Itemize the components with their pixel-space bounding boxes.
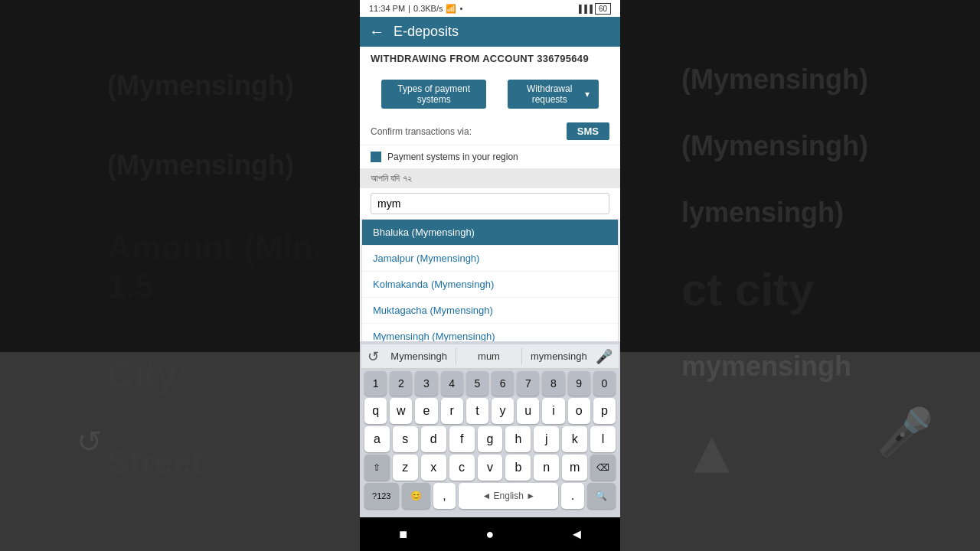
key-v[interactable]: v bbox=[478, 455, 503, 481]
status-right: ▐▐▐ 60 bbox=[577, 3, 611, 15]
bg-line-1: (Mymensingh) bbox=[107, 70, 368, 102]
sms-button[interactable]: SMS bbox=[567, 122, 609, 140]
nav-square[interactable]: ■ bbox=[394, 525, 413, 543]
withdrawing-header: WITHDRAWING FROM ACCOUNT 336795649 bbox=[360, 47, 620, 70]
key-4[interactable]: 4 bbox=[441, 371, 463, 396]
key-p[interactable]: p bbox=[593, 398, 616, 424]
key-6[interactable]: 6 bbox=[492, 371, 514, 396]
suggestion-refresh-icon[interactable]: ↺ bbox=[368, 348, 379, 365]
key-u[interactable]: u bbox=[517, 398, 539, 424]
bg-right-line-2: (Mymensingh) bbox=[681, 130, 972, 162]
dropdown-item-muktagacha[interactable]: Muktagacha (Mymensingh) bbox=[362, 298, 618, 324]
battery-icon: 60 bbox=[595, 3, 611, 15]
comma-key[interactable]: , bbox=[433, 483, 456, 509]
bg-right-line-3: lymensingh) bbox=[681, 197, 972, 229]
bg-refresh-icon: ↺ bbox=[77, 424, 103, 459]
key-m[interactable]: m bbox=[562, 455, 587, 481]
key-5[interactable]: 5 bbox=[466, 371, 488, 396]
key-7[interactable]: 7 bbox=[517, 371, 539, 396]
key-l[interactable]: l bbox=[590, 426, 616, 452]
period-key[interactable]: . bbox=[561, 483, 584, 509]
key-g[interactable]: g bbox=[478, 426, 503, 452]
number-row: 1 2 3 4 5 6 7 8 9 0 bbox=[364, 371, 616, 396]
dropdown-item-mymensingh[interactable]: Mymensingh (Mymensingh) bbox=[362, 324, 618, 341]
key-9[interactable]: 9 bbox=[568, 371, 590, 396]
city-dropdown[interactable]: Bhaluka (Mymensingh) Jamalpur (Mymensing… bbox=[361, 219, 619, 341]
bg-line-2: (Mymensingh) bbox=[107, 149, 368, 181]
key-8[interactable]: 8 bbox=[542, 371, 564, 396]
back-button[interactable]: ← bbox=[369, 23, 384, 41]
key-q[interactable]: q bbox=[364, 398, 387, 424]
bangla-notice: আপনি যদি ৭২ bbox=[360, 168, 620, 188]
key-1[interactable]: 1 bbox=[364, 371, 387, 396]
status-left: 11:34 PM | 0.3KB/s 📶 • bbox=[369, 4, 462, 14]
dropdown-item-kolmakanda[interactable]: Kolmakanda (Mymensingh) bbox=[362, 272, 618, 298]
payment-types-button[interactable]: Types of payment systems bbox=[381, 80, 486, 109]
key-z[interactable]: z bbox=[393, 455, 418, 481]
confirm-label: Confirm transactions via: bbox=[371, 126, 472, 137]
key-3[interactable]: 3 bbox=[415, 371, 437, 396]
top-bar: ← E-deposits bbox=[360, 17, 620, 47]
key-s[interactable]: s bbox=[393, 426, 418, 452]
qwerty-row: q w e r t y u i o p bbox=[364, 398, 616, 424]
bottom-nav: ■ ● ◄ bbox=[360, 517, 620, 551]
key-y[interactable]: y bbox=[492, 398, 514, 424]
withdrawal-requests-button[interactable]: Withdrawal requests ▾ bbox=[508, 80, 599, 109]
search-key[interactable]: 🔍 bbox=[587, 483, 616, 509]
status-dot: • bbox=[459, 4, 462, 13]
dropdown-item-jamalpur[interactable]: Jamalpur (Mymensingh) bbox=[362, 246, 618, 272]
key-2[interactable]: 2 bbox=[390, 371, 412, 396]
nav-back-triangle[interactable]: ◄ bbox=[567, 525, 586, 543]
nav-circle[interactable]: ● bbox=[481, 525, 499, 543]
key-t[interactable]: t bbox=[466, 398, 488, 424]
chevron-down-icon: ▾ bbox=[585, 89, 590, 99]
emoji-key[interactable]: 😊 bbox=[402, 483, 430, 509]
bg-line-3: Amount (Min. 1.5 bbox=[107, 229, 368, 305]
key-0[interactable]: 0 bbox=[593, 371, 616, 396]
checkbox[interactable] bbox=[371, 152, 381, 162]
space-key[interactable]: ◄ English ► bbox=[459, 483, 558, 509]
shift-key[interactable]: ⇧ bbox=[364, 455, 390, 481]
key-k[interactable]: k bbox=[562, 426, 587, 452]
status-separator: | bbox=[408, 4, 410, 13]
phone-frame: 11:34 PM | 0.3KB/s 📶 • ▐▐▐ 60 ← E-deposi… bbox=[360, 0, 620, 551]
num-switch-key[interactable]: ?123 bbox=[364, 483, 399, 509]
key-o[interactable]: o bbox=[568, 398, 590, 424]
dropdown-item-bhaluka[interactable]: Bhaluka (Mymensingh) bbox=[362, 220, 618, 246]
page-title: E-deposits bbox=[394, 24, 459, 40]
key-b[interactable]: b bbox=[505, 455, 531, 481]
suggestion-mum[interactable]: mum bbox=[456, 347, 521, 365]
suggestion-mymensingh2[interactable]: mymensingh bbox=[527, 347, 591, 365]
key-j[interactable]: j bbox=[534, 426, 559, 452]
key-a[interactable]: a bbox=[364, 426, 390, 452]
main-content: WITHDRAWING FROM ACCOUNT 336795649 Types… bbox=[360, 47, 620, 341]
mic-icon[interactable]: 🎤 bbox=[596, 348, 612, 365]
key-h[interactable]: h bbox=[505, 426, 531, 452]
key-r[interactable]: r bbox=[441, 398, 463, 424]
key-w[interactable]: w bbox=[390, 398, 412, 424]
bottom-row: ?123 😊 , ◄ English ► . 🔍 bbox=[364, 483, 616, 509]
key-d[interactable]: d bbox=[421, 426, 446, 452]
payment-systems-text: Payment systems in your region bbox=[387, 152, 609, 162]
key-i[interactable]: i bbox=[542, 398, 564, 424]
zxcv-row: ⇧ z x c v b n m ⌫ bbox=[364, 455, 616, 481]
key-x[interactable]: x bbox=[421, 455, 446, 481]
key-n[interactable]: n bbox=[534, 455, 559, 481]
keyboard: ↺ Mymensingh mum mymensingh 🎤 1 2 3 4 5 … bbox=[360, 341, 620, 517]
suggestion-mymensingh[interactable]: Mymensingh bbox=[387, 347, 451, 365]
backspace-key[interactable]: ⌫ bbox=[590, 455, 616, 481]
key-c[interactable]: c bbox=[449, 455, 475, 481]
status-bar: 11:34 PM | 0.3KB/s 📶 • ▐▐▐ 60 bbox=[360, 0, 620, 17]
search-input-area bbox=[360, 188, 620, 219]
key-e[interactable]: e bbox=[415, 398, 437, 424]
key-f[interactable]: f bbox=[449, 426, 475, 452]
payment-systems-row: Payment systems in your region bbox=[360, 145, 620, 168]
signal-icon: ▐▐▐ bbox=[577, 5, 593, 13]
asdf-row: a s d f g h j k l bbox=[364, 426, 616, 452]
payment-section-row: Types of payment systems Withdrawal requ… bbox=[360, 70, 620, 118]
status-speed: 0.3KB/s bbox=[413, 4, 443, 13]
city-search-input[interactable] bbox=[371, 193, 609, 214]
suggestion-bar: ↺ Mymensingh mum mymensingh 🎤 bbox=[361, 344, 619, 369]
status-time: 11:34 PM bbox=[369, 4, 405, 13]
wifi-icon: 📶 bbox=[446, 4, 456, 14]
